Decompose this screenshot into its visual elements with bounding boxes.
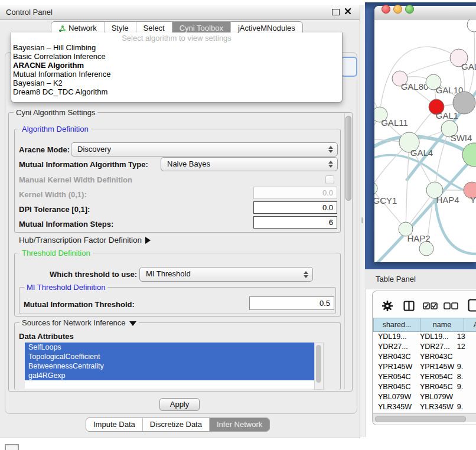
table-cell: YDL19... — [415, 332, 455, 342]
network-canvas[interactable]: GALGAL80GAL10GAL1GAL11SWI4GAL4GCY1HAP4YH… — [374, 19, 476, 262]
network-node-label: GAL80 — [401, 81, 429, 92]
algorithm-dropdown-prompt: Select algorithm to view settings — [11, 34, 342, 43]
attribute-item-topologicalcoefficient[interactable]: TopologicalCoefficient — [25, 352, 324, 361]
tab-discretize-data[interactable]: Discretize Data — [143, 418, 210, 431]
mi-algorithm-type-label: Mutual Information Algorithm Type: — [19, 160, 148, 169]
window-close-icon[interactable] — [382, 5, 390, 14]
float-panel-icon[interactable] — [332, 9, 340, 15]
network-node-gcy1[interactable] — [374, 182, 377, 195]
network-edge — [435, 200, 476, 254]
aracne-mode-label: Aracne Mode: — [19, 145, 70, 154]
network-edge — [374, 155, 476, 195]
mi-algorithm-type-value: Naive Bayes — [167, 158, 210, 170]
table-cell: YBL079W — [373, 392, 415, 402]
apply-button[interactable]: Apply — [159, 398, 200, 411]
algorithm-option-bayesian-k2[interactable]: Bayesian – K2 — [11, 79, 342, 87]
algorithm-option-bayesian-hill-climbing[interactable]: Bayesian – Hill Climbing — [11, 43, 342, 52]
table-cell — [455, 392, 476, 402]
splitter-grip[interactable] — [361, 217, 363, 223]
mi-steps-field[interactable]: 6 — [253, 216, 337, 229]
table-cell: YDL19... — [373, 332, 415, 342]
which-threshold-select[interactable]: MI Threshold — [139, 267, 313, 282]
table-cell: YBL079W — [415, 392, 455, 402]
application-root: Control Panel NetworkStyleSelectCyni Too… — [0, 0, 476, 450]
network-node-unlabeled[interactable] — [467, 19, 476, 32]
sources-group-header[interactable]: Sources for Network Inference — [19, 318, 139, 327]
control-panel-title: Control Panel — [6, 5, 53, 19]
settings-scrollbar[interactable] — [344, 113, 351, 389]
network-node-label: SWI4 — [451, 133, 472, 143]
algorithm-option-aracne-algorithm[interactable]: ARACNE Algorithm — [11, 61, 342, 70]
network-node-unlabeled[interactable] — [462, 143, 476, 167]
window-minimize-icon[interactable] — [393, 5, 402, 14]
hub-transcription-expander[interactable]: Hub/Transcription Factor Definition — [19, 236, 151, 244]
window-zoom-icon[interactable] — [405, 5, 414, 14]
dpi-tolerance-field[interactable]: 0.0 — [253, 201, 337, 214]
dpi-tolerance-label: DPI Tolerance [0,1]: — [19, 205, 90, 214]
table-cell: 13 — [455, 332, 476, 342]
aracne-mode-select[interactable]: Discovery — [71, 142, 338, 156]
table-row[interactable]: YLR345WYLR345W9. — [373, 402, 476, 412]
background-combobox-fragment — [341, 57, 357, 77]
network-node-unlabeled[interactable] — [419, 242, 433, 256]
expander-down-icon — [129, 321, 136, 326]
gear-icon[interactable] — [382, 300, 393, 312]
table-cell: 12 — [455, 342, 476, 352]
table-horizontal-scrollbar[interactable] — [373, 413, 476, 422]
new-table-icon[interactable] — [468, 299, 476, 312]
table-cell: YDR27... — [373, 342, 415, 352]
cyni-bottom-tabs: Impute DataDiscretize DataInfer Network — [86, 418, 270, 432]
select-all-checkboxes-icon[interactable] — [423, 302, 438, 309]
mi-algorithm-type-select[interactable]: Naive Bayes — [161, 157, 338, 171]
attribute-item-selfloops[interactable]: SelfLoops — [25, 343, 324, 352]
table-cell: YBR045C — [373, 382, 415, 392]
column-header-a[interactable]: A — [464, 318, 476, 332]
which-threshold-value: MI Threshold — [146, 268, 191, 280]
attributes-scrollbar[interactable] — [314, 343, 324, 390]
which-threshold-label: Which threshold to use: — [50, 270, 137, 279]
deselect-all-checkboxes-icon[interactable] — [444, 302, 458, 309]
table-row[interactable]: YDL19...YDL19...13 — [373, 332, 476, 342]
attributes-scrollbar-thumb[interactable] — [316, 345, 321, 383]
tab-infer-network[interactable]: Infer Network — [210, 418, 269, 431]
table-cell: YER054C — [373, 372, 415, 382]
table-row[interactable]: YDR27...YDR27...12 — [373, 342, 476, 352]
manual-kernel-width-checkbox — [325, 175, 334, 184]
table-cell: 9. — [455, 402, 476, 412]
table-cell: YDR27... — [415, 342, 455, 352]
aracne-mode-value: Discovery — [77, 143, 111, 155]
combo-spinner-icon — [328, 161, 333, 168]
tab-impute-data[interactable]: Impute Data — [86, 418, 143, 431]
minimized-panel-icon[interactable] — [5, 444, 19, 450]
table-body: YDL19...YDL19...13YDR27...YDR27...12YBR0… — [373, 332, 476, 413]
settings-scrollbar-thumb[interactable] — [345, 116, 351, 201]
data-attributes-label: Data Attributes — [19, 332, 74, 341]
table-cell: YBR043C — [415, 352, 455, 362]
algorithm-option-dream8-dc-tdc-algorithm[interactable]: Dream8 DC_TDC Algorithm — [11, 87, 342, 96]
attribute-item-gal4rgexp[interactable]: gal4RGexp — [25, 371, 324, 380]
split-view-icon[interactable] — [403, 301, 415, 311]
table-scrollbar-thumb[interactable] — [375, 416, 466, 422]
table-cell: YPR145W — [373, 362, 415, 372]
table-cell: YLR345W — [415, 402, 455, 412]
table-cell: 8. — [455, 372, 476, 382]
algorithm-option-basic-correlation-inference[interactable]: Basic Correlation Inference — [11, 52, 342, 61]
table-row[interactable]: YPR145WYPR145W9. — [373, 362, 476, 372]
kernel-width-field: 0.0 — [253, 187, 337, 199]
close-panel-icon[interactable] — [344, 8, 351, 15]
column-header-shared[interactable]: shared... — [373, 318, 420, 332]
algorithm-dropdown-popup: Select algorithm to view settings Bayesi… — [11, 32, 343, 103]
sources-group-label: Sources for Network Inference — [22, 318, 126, 327]
table-row[interactable]: YBL079WYBL079W — [373, 392, 476, 402]
attribute-item-betweennesscentrality[interactable]: BetweennessCentrality — [25, 361, 324, 371]
table-row[interactable]: YBR045CYBR045C9. — [373, 382, 476, 392]
table-row[interactable]: YER054CYER054C8. — [373, 372, 476, 382]
mi-threshold-field[interactable]: 0.5 — [249, 296, 334, 310]
hub-transcription-label: Hub/Transcription Factor Definition — [19, 236, 142, 244]
cyni-algorithm-settings-label: Cyni Algorithm Settings — [14, 108, 97, 117]
table-row[interactable]: YBR043CYBR043C — [373, 352, 476, 362]
algorithm-option-mutual-information-inference[interactable]: Mutual Information Inference — [11, 70, 342, 79]
network-node-unlabeled[interactable] — [453, 92, 475, 114]
mi-threshold-label: Mutual Information Threshold: — [24, 300, 135, 309]
column-header-name[interactable]: name — [420, 318, 464, 332]
